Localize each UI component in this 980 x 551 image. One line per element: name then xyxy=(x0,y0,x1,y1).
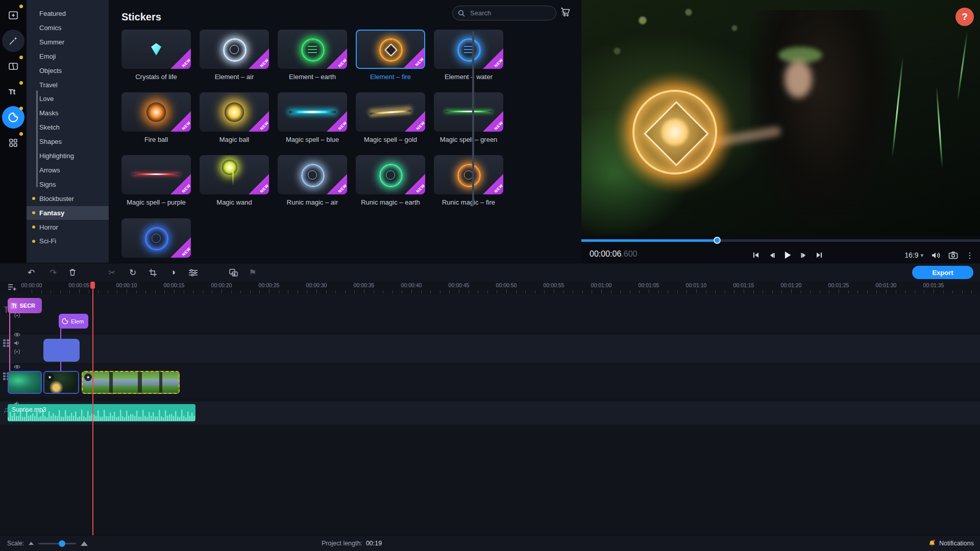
sticker-label: Runic magic – earth xyxy=(352,198,429,206)
snapshot-camera-icon[interactable] xyxy=(948,251,958,259)
more-menu-icon[interactable]: ⋮ xyxy=(966,251,974,260)
sticker-tile-spell-blue[interactable]: NEW xyxy=(278,92,347,132)
panel-title: Stickers xyxy=(121,11,161,23)
ruler-tick xyxy=(525,290,526,293)
playhead-handle[interactable] xyxy=(90,282,95,289)
sticker-clip[interactable]: Elem xyxy=(59,314,88,329)
previous-frame-button[interactable] xyxy=(766,249,777,261)
zoom-in-icon[interactable] xyxy=(81,541,88,546)
stickers-scrollbar[interactable] xyxy=(472,31,474,206)
ruler-tick xyxy=(753,290,754,293)
sticker-tile-magic-ball[interactable]: NEW xyxy=(200,92,269,132)
ruler-tick xyxy=(240,290,241,293)
sticker-tile-element-water[interactable]: NEW xyxy=(434,30,503,69)
undo-button[interactable]: ↶ xyxy=(24,265,38,280)
category-item-signs[interactable]: Signs xyxy=(27,178,109,191)
sticker-tile-fire-ball[interactable]: NEW xyxy=(121,92,191,132)
zoom-out-icon[interactable] xyxy=(29,542,34,545)
seek-bar[interactable] xyxy=(581,239,980,242)
ruler-tick xyxy=(592,290,592,293)
tool-transitions-button[interactable] xyxy=(2,55,24,78)
marker-flag-button[interactable]: ⚑ xyxy=(246,265,260,280)
next-frame-button[interactable] xyxy=(798,249,809,261)
delete-button[interactable] xyxy=(65,265,80,280)
tool-titles-button[interactable]: Tt xyxy=(2,81,24,103)
sticker-tile-runic-air[interactable]: NEW xyxy=(278,155,347,194)
zoom-slider[interactable] xyxy=(38,543,76,544)
seek-handle[interactable] xyxy=(714,237,721,244)
category-item-masks[interactable]: Masks xyxy=(27,106,109,120)
tool-more-tools-button[interactable] xyxy=(2,132,24,154)
sticker-tile-spell-gold[interactable]: NEW xyxy=(356,92,425,132)
video-clip-2[interactable]: ★ xyxy=(43,371,79,394)
overlay-track-sync-icon[interactable] xyxy=(14,349,20,355)
rotate-button[interactable]: ↻ xyxy=(126,265,140,280)
ruler-label: 00:01:25 xyxy=(823,282,854,288)
notifications-button[interactable]: Notifications xyxy=(928,535,974,551)
title-clip[interactable]: Tt SECR xyxy=(8,298,42,313)
split-scissors-button[interactable]: ✂ xyxy=(105,265,119,280)
category-item-summer[interactable]: Summer xyxy=(27,35,109,49)
tree-trunk xyxy=(159,372,162,394)
volume-icon[interactable] xyxy=(931,251,941,260)
skip-start-button[interactable] xyxy=(750,249,762,261)
category-item-emoji[interactable]: Emoji xyxy=(27,49,109,63)
category-item-fantasy[interactable]: Fantasy xyxy=(27,206,109,220)
ruler-tick xyxy=(145,290,146,293)
sticker-tile-magic-wand[interactable]: NEW xyxy=(200,155,269,194)
video-track-visibility-icon[interactable] xyxy=(14,364,20,369)
category-item-shapes[interactable]: Shapes xyxy=(27,135,109,148)
sticker-tile-spell-green[interactable]: NEW xyxy=(434,92,503,132)
tool-media-button[interactable] xyxy=(2,4,24,27)
sticker-tile-element-fire[interactable]: NEW xyxy=(356,30,425,69)
sticker-tile-runic-fire[interactable]: NEW xyxy=(434,155,503,194)
track-options-icon[interactable] xyxy=(8,283,17,291)
category-item-objects[interactable]: Objects xyxy=(27,64,109,78)
category-item-comics[interactable]: Comics xyxy=(27,21,109,35)
color-adjustments-button[interactable]: ◑ xyxy=(166,265,180,280)
ruler-label: 00:00:40 xyxy=(396,282,427,288)
timeline-ruler[interactable]: 00:00:0000:00:0500:00:1000:00:1500:00:20… xyxy=(22,282,980,294)
sticker-tile-element-earth[interactable]: NEW xyxy=(278,30,347,69)
export-button[interactable]: Export xyxy=(912,266,973,279)
redo-button[interactable]: ↷ xyxy=(46,265,60,280)
overlay-pip-button[interactable] xyxy=(226,265,240,280)
zoom-slider-handle[interactable] xyxy=(59,540,65,547)
category-item-sci-fi[interactable]: Sci-Fi xyxy=(27,234,109,248)
search-input[interactable] xyxy=(469,9,561,17)
transport-controls xyxy=(747,248,828,262)
crop-button[interactable] xyxy=(145,265,160,280)
audio-clip[interactable]: Sunrise.mp3 xyxy=(8,404,195,421)
sticker-tile-runic-earth[interactable]: NEW xyxy=(356,155,425,194)
sticker-tile-element-air[interactable]: NEW xyxy=(200,30,269,69)
category-item-highlighting[interactable]: Highlighting xyxy=(27,149,109,163)
video-clip-3[interactable]: ★ xyxy=(82,371,180,394)
overlay-track-visibility-icon[interactable] xyxy=(14,332,20,337)
play-button[interactable] xyxy=(782,249,793,261)
overlay-clip[interactable] xyxy=(43,339,80,362)
help-button[interactable]: ? xyxy=(955,8,974,26)
clip-properties-button[interactable] xyxy=(186,265,200,280)
category-item-horror[interactable]: Horror xyxy=(27,220,109,234)
category-item-sketch[interactable]: Sketch xyxy=(27,120,109,134)
new-content-dot xyxy=(19,107,23,110)
sticker-tile-crystal[interactable]: NEW xyxy=(121,30,191,69)
store-cart-icon[interactable] xyxy=(560,7,571,17)
video-clip-1[interactable] xyxy=(8,371,42,394)
category-item-blockbuster[interactable]: Blockbuster xyxy=(27,192,109,206)
title-track-sync-icon[interactable] xyxy=(14,313,20,318)
video-preview[interactable]: ? xyxy=(581,0,980,236)
tool-filters-button[interactable] xyxy=(2,30,24,52)
category-item-featured[interactable]: Featured xyxy=(27,7,109,20)
category-item-love[interactable]: Love xyxy=(27,92,109,106)
aspect-ratio-select[interactable]: 16:9▾ xyxy=(904,251,923,259)
sticker-tile-runic-water[interactable]: NEW xyxy=(121,218,191,258)
overlay-track-mute-icon[interactable] xyxy=(14,340,20,346)
category-item-travel[interactable]: Travel xyxy=(27,78,109,92)
skip-end-button[interactable] xyxy=(814,249,825,261)
tool-stickers-button[interactable] xyxy=(2,106,24,129)
playhead-line[interactable] xyxy=(92,283,93,535)
category-item-arrows[interactable]: Arrows xyxy=(27,163,109,177)
sticker-tile-spell-purple[interactable]: NEW xyxy=(121,155,191,194)
search-box[interactable] xyxy=(452,6,556,20)
